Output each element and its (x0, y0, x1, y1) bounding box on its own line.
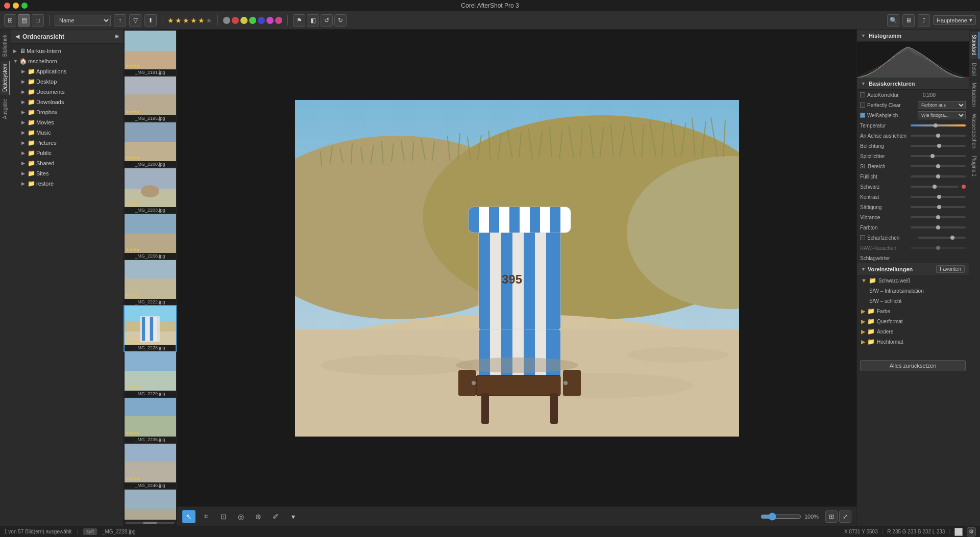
thumbnail-scrollbar[interactable] (124, 520, 177, 526)
lens-correct-btn[interactable]: ◎ (234, 510, 248, 523)
preset-folder-andere[interactable]: ▶ 📁 Andere (857, 326, 969, 337)
tree-item-mschelhorn[interactable]: ▼ 🏠 mschelhorn (11, 56, 123, 66)
sattigung-slider[interactable] (911, 206, 966, 208)
tree-item-markus[interactable]: ▶ 🖥 Markus-Intern (11, 46, 123, 56)
schwarz-slider[interactable] (911, 186, 959, 188)
achse-slider[interactable] (911, 135, 966, 137)
thumb-mg2241[interactable]: ★★★★ _MG_2241.jpg (125, 490, 176, 520)
select-tool-btn[interactable]: ↖ (182, 510, 195, 523)
flag-red[interactable] (232, 17, 239, 24)
tab-plugins[interactable]: Plugins 1 (970, 152, 979, 180)
search-btn[interactable]: 🔍 (887, 14, 899, 27)
tree-item-music[interactable]: ▶ 📁 Music (11, 127, 123, 138)
scharfzeichen-checkbox[interactable] (860, 235, 865, 240)
flag-blue[interactable] (258, 17, 265, 24)
straighten-tool-btn[interactable]: ⊡ (217, 510, 230, 523)
preset-folder-quer[interactable]: ▶ 📁 Querformat (857, 316, 969, 326)
thumb-mg2195[interactable]: ★★★★ _MG_2195.jpg (125, 76, 176, 121)
hauptebene-dropdown[interactable]: Hauptebene ▾ (933, 15, 976, 25)
single-view-btn[interactable]: □ (32, 14, 44, 27)
thumb-mg2229[interactable]: ★★★★ _MG_2229.jpg (125, 352, 176, 397)
thumb-mg2236[interactable]: ★★★★ _MG_2236.jpg (125, 398, 176, 443)
thumb-mg2203[interactable]: ★★★★ _MG_2203.jpg (125, 168, 176, 213)
sort-asc-btn[interactable]: ↑ (114, 14, 126, 27)
tab-dateisystem[interactable]: Dateisystem (1, 61, 10, 95)
star-5[interactable]: ★ (198, 16, 205, 24)
filmstrip-view-btn[interactable]: ▤ (18, 14, 30, 27)
thumb-mg2200[interactable]: ★★★★ _MG_2200.jpg (125, 122, 176, 167)
fit-window-btn[interactable]: ⤢ (839, 510, 851, 523)
tab-ausgabe[interactable]: Ausgabe (1, 96, 10, 122)
tree-item-dropbox[interactable]: ▶ 📁 Dropbox (11, 107, 123, 117)
zoom-slider[interactable] (761, 513, 801, 521)
pc-select[interactable]: Farbton aus (918, 101, 966, 109)
tab-standard[interactable]: Standard (970, 32, 979, 59)
fulllicht-slider[interactable] (911, 175, 966, 177)
image-viewer[interactable]: 395 (177, 30, 856, 506)
retouch-tool-btn[interactable]: ⊕ (252, 510, 265, 523)
tree-item-documents[interactable]: ▶ 📁 Documents (11, 87, 123, 97)
crop-tool-btn[interactable]: ⌗ (200, 510, 213, 523)
preset-item-schlicht[interactable]: S/W – schlicht (857, 296, 969, 306)
temperatur-slider[interactable] (911, 124, 966, 126)
favoriten-btn[interactable]: Favoriten (936, 265, 965, 273)
tree-item-applications[interactable]: ▶ 📁 Applications (11, 66, 123, 76)
preset-folder-hoch[interactable]: ▶ 📁 Hochformat (857, 337, 969, 347)
presets-header[interactable]: ▼ Voreinstellungen Favoriten (857, 263, 969, 275)
reset-button[interactable]: Alles zurücksetzen (860, 360, 966, 371)
tree-item-sites[interactable]: ▶ 📁 Sites (11, 168, 123, 178)
tab-metadaten[interactable]: Metadaten (970, 80, 979, 110)
collapse-left-icon[interactable]: ◀ (15, 33, 19, 40)
grid-icon[interactable]: ⊞ (4, 14, 16, 27)
star-4[interactable]: ★ (190, 16, 197, 24)
window-controls[interactable] (4, 3, 28, 9)
tree-item-restore[interactable]: ▶ 📁 restore (11, 178, 123, 189)
fit-frame-btn[interactable]: ⊞ (825, 510, 838, 523)
thumb-mg2228[interactable]: ★★★★ _MG_2228.jpg (125, 306, 176, 351)
histogram-header[interactable]: ▼ Histogramm (857, 30, 969, 42)
preset-item-infrarot[interactable]: S/W – Infrarotsimulation (857, 286, 969, 296)
star-1[interactable]: ★ (167, 16, 174, 24)
monitor-btn[interactable]: 🖥 (902, 14, 915, 27)
flag-pink[interactable] (275, 17, 282, 24)
flag-purple[interactable] (266, 17, 274, 24)
tree-item-shared[interactable]: ▶ 📁 Shared (11, 158, 123, 168)
star-rating-group[interactable]: ★ ★ ★ ★ ★ ★ (167, 16, 212, 24)
tab-wasserzeichen[interactable]: Wasserzeichen (970, 111, 979, 151)
farbton-slider[interactable] (911, 226, 966, 228)
preset-folder-farbe[interactable]: ▶ 📁 Farbe (857, 306, 969, 316)
tab-bibliothek[interactable]: Bibliothek (1, 32, 10, 60)
vibrance-slider[interactable] (911, 216, 966, 218)
spitzlichter-slider[interactable] (911, 155, 966, 157)
wb-select[interactable]: Wie fotogra... (918, 111, 966, 119)
scharfzeichen-slider[interactable] (918, 237, 966, 239)
kontrast-slider[interactable] (911, 196, 966, 198)
flag-btn[interactable]: ⚑ (293, 14, 305, 27)
tree-item-downloads[interactable]: ▶ 📁 Downloads (11, 97, 123, 107)
flag-yellow[interactable] (240, 17, 248, 24)
sort-select[interactable]: Name (55, 15, 111, 26)
rotate-cw-btn[interactable]: ↻ (334, 14, 347, 27)
slbereich-slider[interactable] (911, 165, 966, 167)
tree-item-pictures[interactable]: ▶ 📁 Pictures (11, 138, 123, 148)
adjustments-header[interactable]: ▼ Basiskorrekturen (857, 78, 969, 90)
export-btn[interactable]: ⤴ (918, 14, 930, 27)
minimize-button[interactable] (13, 3, 19, 9)
paint-tool-btn[interactable]: ✐ (269, 510, 282, 523)
preset-folder-sw[interactable]: ▼ 📁 Schwarz-weiß (857, 275, 969, 286)
upload-btn[interactable]: ⬆ (144, 14, 157, 27)
status-settings-btn[interactable]: ⚙ (967, 527, 976, 536)
thumb-mg2222[interactable]: ★★★★ _MG_2222.jpg (125, 260, 176, 305)
thumb-mg2208[interactable]: ★★★★ _MG_2208.jpg (125, 214, 176, 259)
thumb-mg2191[interactable]: ★★★★ _MG_2191.jpg (125, 31, 176, 75)
flag-green[interactable] (249, 17, 256, 24)
pc-checkbox[interactable] (860, 103, 865, 108)
maximize-button[interactable] (21, 3, 28, 9)
rotate-ccw-btn[interactable]: ↺ (321, 14, 333, 27)
compare-btn[interactable]: ◧ (307, 14, 319, 27)
tab-detail[interactable]: Detail (970, 60, 979, 79)
tree-item-public[interactable]: ▶ 📁 Public (11, 148, 123, 158)
wb-checkbox[interactable] (860, 113, 865, 118)
tree-item-desktop[interactable]: ▶ 📁 Desktop (11, 76, 123, 87)
tree-item-movies[interactable]: ▶ 📁 Movies (11, 117, 123, 127)
